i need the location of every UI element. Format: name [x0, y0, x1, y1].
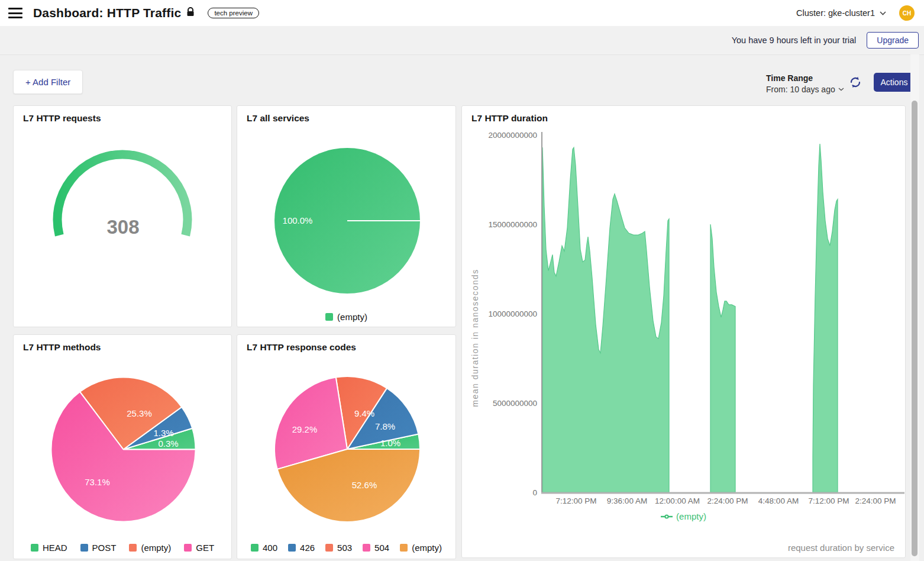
chevron-down-icon [880, 11, 886, 15]
legend-label: 426 [300, 543, 315, 553]
pie-chart-http-methods: 0.3%1.3%25.3%73.1% [14, 335, 231, 559]
svg-text:0: 0 [532, 488, 537, 497]
legend-swatch-icon [184, 544, 192, 552]
legend-label: (empty) [141, 543, 171, 553]
panel-all-services: L7 all services 100.0% (empty) [237, 105, 456, 327]
page-title: Dashboard: HTTP Traffic [33, 6, 181, 20]
panel-http-methods: L7 HTTP methods 0.3%1.3%25.3%73.1% HEADP… [13, 334, 232, 559]
tech-preview-badge: tech preview [208, 8, 259, 18]
chart-footer-label: request duration by service [788, 543, 894, 553]
scrollbar-thumb[interactable] [912, 101, 917, 556]
legend-swatch-icon [400, 544, 408, 552]
chevron-down-icon [838, 88, 844, 91]
legend-item[interactable]: (empty) [400, 543, 442, 553]
panel-http-requests: L7 HTTP requests 308 [13, 105, 232, 327]
legend-label: POST [92, 543, 117, 553]
upgrade-button[interactable]: Upgrade [867, 32, 919, 49]
legend-swatch-icon [251, 544, 259, 552]
legend-item[interactable]: (empty) [325, 312, 367, 322]
chart-legend: HEADPOST(empty)GET [14, 543, 231, 553]
panel-http-response-codes: L7 HTTP response codes 1.0%7.8%9.4%29.2%… [237, 334, 456, 559]
svg-text:52.6%: 52.6% [352, 480, 377, 490]
legend-label: (empty) [337, 312, 367, 322]
pie-chart-response-codes: 1.0%7.8%9.4%29.2%52.6% [237, 335, 455, 559]
svg-text:2:24:00 PM: 2:24:00 PM [707, 496, 748, 505]
svg-text:7:12:00 PM: 7:12:00 PM [555, 496, 596, 505]
legend-item[interactable]: 426 [288, 543, 315, 553]
legend-item[interactable]: HEAD [31, 543, 67, 553]
svg-text:7.8%: 7.8% [375, 421, 395, 431]
legend-swatch-icon [363, 544, 370, 552]
legend-swatch-icon [129, 544, 137, 552]
legend-label: 400 [263, 543, 277, 553]
legend-label: HEAD [43, 543, 67, 553]
legend-swatch-icon [288, 544, 296, 552]
svg-text:100.0%: 100.0% [283, 215, 313, 225]
chart-legend: (empty) [237, 312, 455, 322]
legend-item[interactable]: (empty) [129, 543, 171, 553]
svg-text:10000000000: 10000000000 [488, 309, 537, 318]
legend-swatch-icon [31, 544, 38, 552]
area-chart: 0500000000010000000000150000000002000000… [462, 106, 905, 557]
refresh-icon[interactable] [848, 75, 862, 89]
time-range-title: Time Range [766, 73, 844, 83]
svg-text:0.3%: 0.3% [158, 439, 178, 449]
panel-http-duration: L7 HTTP duration mean duration in nanose… [461, 105, 906, 558]
legend-item[interactable]: 400 [251, 543, 277, 553]
svg-text:1.3%: 1.3% [153, 428, 173, 438]
svg-text:12:00:00 AM: 12:00:00 AM [655, 496, 700, 505]
svg-text:15000000000: 15000000000 [488, 220, 537, 229]
gauge-value: 308 [14, 216, 232, 238]
add-filter-button[interactable]: + Add Filter [13, 70, 83, 94]
scrollbar-track [910, 54, 919, 561]
svg-text:29.2%: 29.2% [292, 424, 318, 434]
legend-swatch-icon [80, 544, 88, 552]
svg-text:73.1%: 73.1% [85, 477, 110, 487]
legend-swatch-icon [325, 544, 333, 552]
svg-text:5000000000: 5000000000 [493, 399, 537, 408]
svg-text:25.3%: 25.3% [127, 408, 152, 418]
legend-label: 503 [337, 543, 352, 553]
avatar[interactable]: CH [899, 5, 915, 21]
cluster-label: Cluster: gke-cluster1 [796, 8, 875, 18]
cluster-selector[interactable]: Cluster: gke-cluster1 [796, 8, 886, 18]
svg-text:7:12:00 PM: 7:12:00 PM [808, 496, 849, 505]
pie-chart-all-services: 100.0% [237, 106, 455, 327]
svg-text:9.4%: 9.4% [354, 408, 374, 418]
trial-banner: You have 9 hours left in your trial Upgr… [0, 26, 924, 55]
legend-label: (empty) [412, 543, 442, 553]
time-range-selector[interactable]: Time Range From: 10 days ago [766, 73, 844, 94]
app-root: Dashboard: HTTP Traffic tech preview Clu… [0, 0, 924, 561]
legend-label: GET [196, 543, 214, 553]
svg-text:2:24:00 PM: 2:24:00 PM [855, 496, 896, 505]
trial-message: You have 9 hours left in your trial [732, 36, 857, 45]
hamburger-menu-icon[interactable] [8, 8, 22, 18]
legend-label: 504 [374, 543, 389, 553]
svg-text:20000000000: 20000000000 [488, 131, 537, 140]
legend-item[interactable]: 503 [325, 543, 352, 553]
chart-legend: 400426503504(empty) [237, 543, 455, 553]
legend-item[interactable]: 504 [363, 543, 389, 553]
legend-item[interactable]: POST [80, 543, 117, 553]
svg-text:9:36:00 AM: 9:36:00 AM [607, 496, 647, 505]
series-label: (empty) [676, 511, 706, 521]
time-range-value: From: 10 days ago [766, 85, 835, 94]
top-header: Dashboard: HTTP Traffic tech preview Clu… [0, 0, 924, 27]
svg-text:1.0%: 1.0% [380, 438, 400, 448]
legend-swatch-icon [325, 313, 333, 321]
svg-text:4:48:00 AM: 4:48:00 AM [758, 496, 799, 505]
actions-button[interactable]: Actions [874, 73, 915, 92]
chart-legend: (empty) [462, 511, 905, 521]
lock-icon [186, 7, 195, 19]
series-marker-icon [661, 514, 673, 519]
legend-item[interactable]: GET [184, 543, 214, 553]
